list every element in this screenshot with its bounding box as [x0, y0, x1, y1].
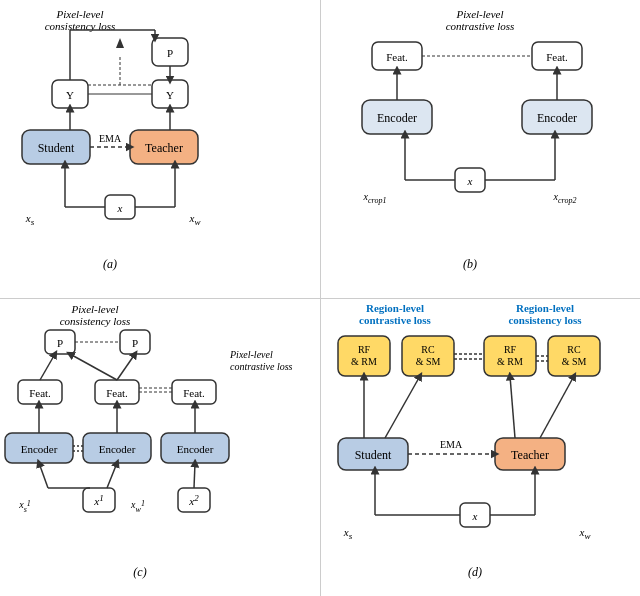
svg-text:xs1: xs1 [18, 499, 31, 514]
svg-text:Feat.: Feat. [183, 387, 205, 399]
svg-text:xcrop1: xcrop1 [363, 191, 387, 205]
svg-text:Y: Y [66, 89, 74, 101]
svg-text:Student: Student [355, 448, 392, 462]
svg-rect-6 [152, 80, 188, 108]
svg-text:Feat.: Feat. [546, 51, 568, 63]
svg-rect-21 [105, 195, 135, 219]
svg-text:P: P [167, 47, 173, 59]
quadrant-b: Pixel-level contrastive loss Feat. Feat.… [320, 0, 640, 298]
svg-text:consistency loss: consistency loss [60, 315, 131, 327]
svg-text:EMA: EMA [440, 439, 463, 450]
svg-text:Encoder: Encoder [377, 111, 417, 125]
svg-text:Encoder: Encoder [99, 443, 136, 455]
svg-text:RC: RC [421, 344, 435, 355]
svg-text:contrastive loss: contrastive loss [446, 20, 515, 32]
svg-text:Pixel-level: Pixel-level [229, 349, 273, 360]
svg-text:RF: RF [358, 344, 371, 355]
svg-marker-31 [116, 38, 124, 48]
svg-text:contrastive loss: contrastive loss [359, 314, 432, 326]
svg-rect-4 [52, 80, 88, 108]
svg-text:xs: xs [25, 212, 35, 227]
svg-text:Encoder: Encoder [537, 111, 577, 125]
svg-text:(b): (b) [463, 257, 477, 271]
svg-text:(a): (a) [103, 257, 117, 271]
quadrant-d: Region-level contrastive loss Region-lev… [320, 298, 640, 596]
svg-text:RF: RF [504, 344, 517, 355]
svg-line-124 [385, 376, 420, 438]
svg-text:(d): (d) [468, 565, 482, 579]
svg-rect-2 [152, 38, 188, 66]
svg-text:Student: Student [38, 141, 75, 155]
svg-text:Pixel-level: Pixel-level [55, 8, 103, 20]
svg-text:Teacher: Teacher [511, 448, 549, 462]
svg-text:Y: Y [166, 89, 174, 101]
svg-text:xw: xw [579, 526, 591, 541]
horizontal-divider [0, 298, 640, 299]
svg-text:x: x [467, 175, 473, 187]
svg-text:Feat.: Feat. [29, 387, 51, 399]
svg-line-126 [540, 376, 574, 438]
svg-text:P: P [57, 337, 63, 349]
svg-text:Teacher: Teacher [145, 141, 183, 155]
svg-text:Pixel-level: Pixel-level [455, 8, 503, 20]
svg-line-91 [39, 463, 48, 488]
svg-text:Encoder: Encoder [177, 443, 214, 455]
svg-text:Region-level: Region-level [366, 302, 424, 314]
svg-text:x: x [117, 202, 123, 214]
svg-text:RC: RC [567, 344, 581, 355]
svg-text:EMA: EMA [99, 133, 122, 144]
svg-line-92 [107, 463, 117, 488]
svg-line-73 [70, 354, 117, 380]
svg-rect-13 [22, 130, 90, 164]
svg-text:xcrop2: xcrop2 [553, 191, 577, 205]
svg-text:& SM: & SM [416, 356, 441, 367]
svg-text:Feat.: Feat. [106, 387, 128, 399]
svg-text:(c): (c) [133, 565, 146, 579]
svg-text:xs: xs [343, 526, 353, 541]
svg-text:contrastive loss: contrastive loss [230, 361, 293, 372]
quadrant-c: Pixel-level consistency loss Pixel-level… [0, 298, 320, 596]
svg-line-72 [40, 354, 55, 380]
svg-text:P: P [132, 337, 138, 349]
svg-text:& RM: & RM [497, 356, 523, 367]
svg-line-93 [194, 463, 195, 488]
svg-text:& RM: & RM [351, 356, 377, 367]
quadrant-a: Pixel-level consistency loss P Y Y Stude… [0, 0, 320, 298]
svg-text:consistency loss: consistency loss [45, 20, 116, 32]
svg-line-125 [510, 376, 515, 438]
svg-text:Pixel-level: Pixel-level [70, 303, 118, 315]
svg-rect-15 [130, 130, 198, 164]
svg-text:xw1: xw1 [130, 499, 145, 514]
svg-text:Feat.: Feat. [386, 51, 408, 63]
svg-text:xw: xw [189, 212, 201, 227]
svg-text:Encoder: Encoder [21, 443, 58, 455]
svg-text:& SM: & SM [562, 356, 587, 367]
svg-text:consistency loss: consistency loss [508, 314, 582, 326]
svg-text:x: x [472, 510, 478, 522]
svg-line-74 [117, 354, 135, 380]
svg-text:Region-level: Region-level [516, 302, 574, 314]
